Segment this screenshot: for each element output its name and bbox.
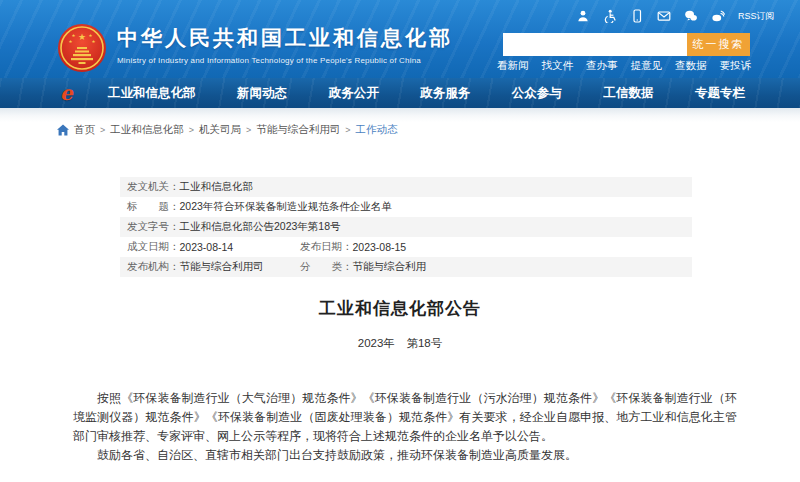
nav-item-participation[interactable]: 公众参与 [512,85,562,102]
site-title: 中华人民共和国工业和信息化部 [117,24,453,52]
utility-bar: RSS订阅 [576,8,775,24]
svg-text:★: ★ [88,33,92,38]
search-button[interactable]: 统一搜索 [687,33,750,56]
search-bar: 统一搜索 [503,33,750,56]
nav-item-data[interactable]: 工信数据 [603,85,653,102]
weibo-icon[interactable] [711,9,725,23]
search-input[interactable] [503,33,687,56]
meta-row-dates: 成文日期： 2023-08-14 发布日期： 2023-08-15 [120,237,692,257]
meta-label: 发布机构： [127,260,180,274]
announcement-issue-number: 2023年 第18号 [0,336,800,351]
breadcrumb-separator: > [345,125,350,135]
nav-item-topics[interactable]: 专题专栏 [695,85,745,102]
svg-text:★: ★ [71,33,75,38]
meta-label: 发文字号： [127,220,180,234]
meta-value: 2023年符合环保装备制造业规范条件企业名单 [180,200,392,214]
quick-link-services[interactable]: 查办事 [586,59,618,73]
meta-row-doc-number: 发文字号： 工业和信息化部公告2023年第18号 [120,217,692,237]
mobile-icon[interactable] [630,9,644,23]
quick-link-documents[interactable]: 找文件 [542,59,574,73]
home-icon[interactable] [57,124,69,136]
breadcrumb-home[interactable]: 首页 [74,123,95,137]
site-subtitle: Ministry of Industry and Information Tec… [117,56,453,65]
quick-links: 看新闻 找文件 查办事 提意见 查数据 要投诉 [497,59,751,73]
site-header: ★ ★ ★ ★ ★ 中华人民共和国工业和信息化部 Ministry of Ind… [0,0,800,78]
meta-value: 2023-08-14 [180,241,234,253]
nav-item-gov-services[interactable]: 政务服务 [420,85,470,102]
announcement-body: 按照《环保装备制造行业（大气治理）规范条件》《环保装备制造行业（污水治理）规范条… [73,389,737,465]
meta-label: 发布日期： [300,240,353,254]
quick-link-complaint[interactable]: 要投诉 [720,59,752,73]
rss-subscribe-link[interactable]: RSS订阅 [738,10,775,23]
meta-value: 节能与综合利用司 [180,260,264,274]
svg-text:★: ★ [78,32,86,42]
quick-link-news[interactable]: 看新闻 [497,59,529,73]
announcement-paragraph: 按照《环保装备制造行业（大气治理）规范条件》《环保装备制造行业（污水治理）规范条… [73,389,737,446]
document-meta-table: 发文机关： 工业和信息化部 标 题： 2023年符合环保装备制造业规范条件企业名… [120,177,692,277]
meta-row-title: 标 题： 2023年符合环保装备制造业规范条件企业名单 [120,197,692,217]
breadcrumb-current: 工作动态 [356,123,398,137]
meta-row-issuing-agency: 发文机关： 工业和信息化部 [120,177,692,197]
nav-item-gov-info[interactable]: 政务公开 [329,85,379,102]
wechat-icon[interactable] [684,9,698,23]
meta-value: 节能与综合利用 [353,260,427,274]
nav-items: 工业和信息化部 新闻动态 政务公开 政务服务 公众参与 工信数据 专题专栏 [108,78,745,108]
nav-item-ministry[interactable]: 工业和信息化部 [108,85,196,102]
announcement-title: 工业和信息化部公告 [0,297,800,320]
meta-value: 工业和信息化部 [180,180,254,194]
meta-label: 发文机关： [127,180,180,194]
nav-item-news[interactable]: 新闻动态 [237,85,287,102]
breadcrumb-ministry[interactable]: 工业和信息化部 [110,123,184,137]
announcement-paragraph: 鼓励各省、自治区、直辖市相关部门出台支持鼓励政策，推动环保装备制造业高质量发展。 [73,446,737,465]
svg-text:★: ★ [68,39,72,44]
breadcrumb-separator: > [189,125,194,135]
nav-logo-icon: e [60,81,73,105]
meta-value: 工业和信息化部公告2023年第18号 [180,220,341,234]
meta-value: 2023-08-15 [353,241,407,253]
user-icon[interactable] [576,9,590,23]
quick-link-feedback[interactable]: 提意见 [631,59,663,73]
breadcrumb-departments[interactable]: 机关司局 [199,123,241,137]
nav-separator [0,108,800,122]
page: ★ ★ ★ ★ ★ 中华人民共和国工业和信息化部 Ministry of Ind… [0,0,800,482]
meta-row-publisher: 发布机构： 节能与综合利用司 分 类： 节能与综合利用 [120,257,692,277]
meta-label: 成文日期： [127,240,180,254]
breadcrumb: 首页 > 工业和信息化部 > 机关司局 > 节能与综合利用司 > 工作动态 [57,123,398,137]
meta-label: 标 题： [127,200,180,214]
breadcrumb-separator: > [100,125,105,135]
meta-label: 分 类： [300,260,353,274]
breadcrumb-energy-dept[interactable]: 节能与综合利用司 [256,123,340,137]
site-title-block: 中华人民共和国工业和信息化部 Ministry of Industry and … [117,24,453,65]
national-emblem-icon: ★ ★ ★ ★ ★ [57,23,107,73]
mail-icon[interactable] [657,9,671,23]
breadcrumb-separator: > [246,125,251,135]
accessibility-icon[interactable] [603,9,617,23]
quick-link-data[interactable]: 查数据 [675,59,707,73]
main-nav: e 工业和信息化部 新闻动态 政务公开 政务服务 公众参与 工信数据 专题专栏 [0,78,800,108]
svg-text:★: ★ [91,39,95,44]
